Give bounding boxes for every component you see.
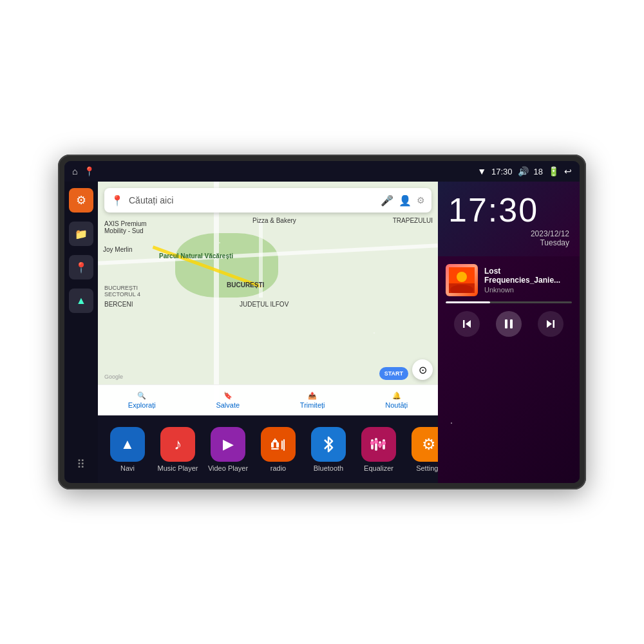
clock-time: 17:30 xyxy=(448,193,569,227)
map-tab-noutati[interactable]: 🔔 Noutăți xyxy=(385,392,408,409)
app-video-player[interactable]: ▶ Video Player xyxy=(205,427,251,472)
music-prev-button[interactable] xyxy=(454,311,480,337)
main-content: ⚙ 📁 📍 ▲ ⠿ xyxy=(64,182,580,483)
map-saved-icon: 🔖 xyxy=(223,392,232,400)
map-tab-explorati[interactable]: 🔍 Explorați xyxy=(128,392,156,409)
map-search-bar[interactable]: 📍 Căutați aici 🎤 👤 ⚙ xyxy=(104,188,431,213)
app-navi-icon-box: ▲ xyxy=(110,427,145,462)
map-settings-icon[interactable]: ⚙ xyxy=(417,195,425,205)
app-equalizer-label: Equalizer xyxy=(364,464,393,472)
music-pause-button[interactable] xyxy=(496,311,522,337)
clock-date: 2023/12/12 Tuesday xyxy=(448,229,569,247)
bluetooth-icon xyxy=(321,435,336,453)
map-microphone-icon[interactable]: 🎤 xyxy=(381,194,393,207)
svg-rect-5 xyxy=(271,448,279,450)
right-panel: 17:30 2023/12/12 Tuesday xyxy=(438,182,580,483)
map-tab-trimiteti-label: Trimiteți xyxy=(300,401,325,409)
map-share-icon: 📤 xyxy=(308,392,317,400)
map-label-trapez: TRAPEZULUI xyxy=(393,217,433,224)
sidebar-grid-button[interactable]: ⠿ xyxy=(69,452,93,477)
svg-rect-26 xyxy=(505,319,507,328)
sidebar-filemanager-button[interactable]: 📁 xyxy=(69,222,93,246)
svg-rect-7 xyxy=(283,439,285,451)
app-launcher: ▲ Navi ♪ Music Player ▶ Vid xyxy=(98,415,438,483)
svg-rect-4 xyxy=(276,442,279,448)
music-next-button[interactable] xyxy=(538,311,564,337)
map-park-area xyxy=(175,233,278,298)
app-equalizer[interactable]: Equalizer xyxy=(355,427,402,472)
music-controls xyxy=(446,308,572,339)
map-pin-icon: 📍 xyxy=(75,261,88,274)
center-area: AXIS PremiumMobility - Sud Pizza & Baker… xyxy=(98,182,438,483)
map-tab-salvate[interactable]: 🔖 Salvate xyxy=(216,392,240,409)
settings-gear-icon: ⚙ xyxy=(422,435,436,453)
music-progress-fill xyxy=(446,301,490,303)
home-icon[interactable]: ⌂ xyxy=(72,166,77,176)
svg-point-13 xyxy=(374,440,378,444)
prev-icon xyxy=(462,319,472,329)
music-progress-bar[interactable] xyxy=(446,301,572,303)
app-settings-icon-box: ⚙ xyxy=(412,427,438,462)
app-radio-label: radio xyxy=(270,464,286,472)
album-art-image xyxy=(449,267,475,293)
grid-icon: ⠿ xyxy=(77,457,86,471)
svg-rect-29 xyxy=(553,320,555,328)
map-tab-trimiteti[interactable]: 📤 Trimiteți xyxy=(300,392,325,409)
folder-icon: 📁 xyxy=(75,228,88,240)
wifi-icon: ▼ xyxy=(477,166,486,176)
map-tab-noutati-label: Noutăți xyxy=(385,401,408,409)
map-search-text[interactable]: Căutați aici xyxy=(129,195,375,205)
app-navi-label: Navi xyxy=(120,464,135,472)
svg-rect-23 xyxy=(449,283,475,293)
app-navi[interactable]: ▲ Navi xyxy=(104,427,151,472)
status-bar-left: ⌂ 📍 xyxy=(72,166,95,176)
music-title: Lost Frequencies_Janie... xyxy=(484,267,572,285)
status-time: 17:30 xyxy=(491,167,513,176)
app-music-player[interactable]: ♪ Music Player xyxy=(155,427,201,472)
map-background: AXIS PremiumMobility - Sud Pizza & Baker… xyxy=(98,182,438,415)
sidebar-maps-button[interactable]: 📍 xyxy=(69,255,93,279)
map-label-merlin: Joy Merlin xyxy=(103,246,133,253)
map-label-sector: BUCUREȘTISECTORUL 4 xyxy=(104,285,140,298)
map-account-icon[interactable]: 👤 xyxy=(399,194,412,207)
back-icon[interactable]: ↩ xyxy=(564,166,572,176)
map-label-berceni: BERCENI xyxy=(104,301,133,308)
battery-level: 18 xyxy=(534,167,543,176)
app-eq-icon-box xyxy=(361,427,396,462)
svg-rect-27 xyxy=(510,319,513,328)
clock-date-value: 2023/12/12 xyxy=(531,229,569,238)
map-widget[interactable]: AXIS PremiumMobility - Sud Pizza & Baker… xyxy=(98,182,438,415)
equalizer-icon xyxy=(370,437,388,452)
svg-rect-2 xyxy=(272,441,278,442)
next-icon xyxy=(545,319,556,329)
map-news-icon: 🔔 xyxy=(392,392,401,400)
music-widget: Lost Frequencies_Janie... Unknown xyxy=(438,256,580,483)
navi-arrow-icon: ▲ xyxy=(76,295,86,307)
status-bar: ⌂ 📍 ▼ 17:30 🔊 18 🔋 ↩ xyxy=(64,161,580,182)
svg-point-21 xyxy=(457,272,467,282)
map-bottom-bar: 🔍 Explorați 🔖 Salvate 📤 Trimiteți xyxy=(98,384,438,415)
video-icon: ▶ xyxy=(223,436,234,453)
device-frame: ⌂ 📍 ▼ 17:30 🔊 18 🔋 ↩ ⚙ 📁 xyxy=(58,155,586,489)
app-radio[interactable]: radio xyxy=(255,427,301,472)
svg-marker-28 xyxy=(547,320,552,328)
app-bluetooth[interactable]: Bluetooth xyxy=(305,427,352,472)
left-sidebar: ⚙ 📁 📍 ▲ ⠿ xyxy=(64,182,98,483)
map-label-google: Google xyxy=(104,374,123,380)
svg-point-12 xyxy=(370,441,374,445)
map-road-vertical xyxy=(214,182,219,415)
map-start-button[interactable]: START xyxy=(379,367,408,380)
app-settings[interactable]: ⚙ Settings xyxy=(406,427,438,472)
volume-icon: 🔊 xyxy=(518,166,529,176)
svg-rect-1 xyxy=(273,440,277,441)
map-label-ilfov: JUDEȚUL ILFOV xyxy=(240,301,289,308)
sidebar-settings-button[interactable]: ⚙ xyxy=(69,188,93,213)
map-location-button[interactable]: ⊙ xyxy=(412,359,433,380)
map-tab-explorati-label: Explorați xyxy=(128,401,156,409)
app-video-label: Video Player xyxy=(208,464,248,472)
pause-icon xyxy=(503,318,515,330)
app-settings-label: Settings xyxy=(416,464,438,472)
svg-rect-25 xyxy=(463,320,465,328)
maps-status-icon[interactable]: 📍 xyxy=(84,166,95,176)
sidebar-navi-button[interactable]: ▲ xyxy=(69,289,93,313)
